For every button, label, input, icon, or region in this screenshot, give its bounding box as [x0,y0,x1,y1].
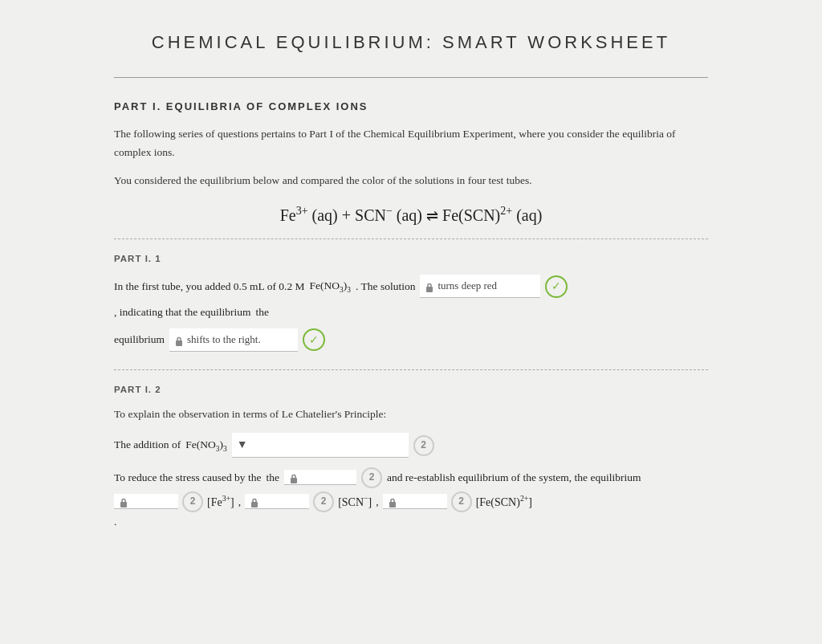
q1-equilibrium-label: equilibrium [114,330,165,349]
conc-field-1 [114,494,178,509]
scn-bracket: [SCN−] [338,491,372,512]
fe3-bracket: [Fe3+] [207,491,234,512]
number-badge-2: 2 [361,467,382,488]
title-divider [114,77,708,78]
intro-text-1: The following series of questions pertai… [114,125,708,162]
q1-text-before: In the first tube, you added 0.5 mL of 0… [114,277,305,296]
fescn-bracket: [Fe(SCN)2+] [476,491,532,512]
question1-row: In the first tube, you added 0.5 mL of 0… [114,275,708,322]
svg-rect-4 [251,502,258,507]
answer2-field: shifts to the right. [169,328,298,351]
addition-row: The addition of Fe(NO3)3 ▼ 2 [114,433,708,457]
part-label-2: PART I. 2 [114,385,708,394]
lock-icon-5 [250,495,259,507]
section-title-part1: PART I. EQUILIBRIA OF COMPLEX IONS [114,100,708,112]
dropdown-field[interactable]: ▼ [232,433,409,457]
stress-text-before: To reduce the stress caused by the [114,468,262,487]
part-label-1: PART I. 1 [114,254,708,263]
stress-row: To reduce the stress caused by the the 2… [114,467,708,488]
lock-icon-4 [119,495,128,507]
page-title: CHEMICAL EQUILIBRIUM: SMART WORKSHEET [114,32,708,53]
lock-icon-6 [388,495,397,507]
q1-text-indicating: the [256,303,270,322]
dashed-divider-2 [114,369,708,370]
svg-rect-0 [426,287,433,292]
concentration-row: 2 [Fe3+] , 2 [SCN−] , [114,491,708,512]
q1-text-mid: . The solution [356,277,415,296]
q1-formula: Fe(NO3)3 [310,276,351,297]
check-icon-2: ✓ [303,328,325,351]
answer1-text: turns deep red [437,276,535,295]
stress-text-after: and re-establish equilibrium of the syst… [387,468,641,487]
comma-1: , [238,492,241,512]
question1-row2: equilibrium shifts to the right. ✓ [114,328,708,351]
dashed-divider-1 [114,238,708,239]
conc-field-2 [245,494,309,509]
intro-text-2: You considered the equilibrium below and… [114,172,708,190]
stress-text-the: the [267,468,280,487]
svg-rect-2 [291,478,297,483]
check-icon-1: ✓ [545,275,568,298]
answer2-text: shifts to the right. [187,330,293,348]
stress-input-field [284,470,356,485]
svg-rect-5 [389,502,396,507]
dropdown-arrow-icon: ▼ [237,434,248,454]
equilibrium-equation: Fe3+ (aq) + SCN− (aq) ⇌ Fe(SCN)2+ (aq) [114,205,708,225]
comma-2: , [376,492,378,512]
addition-text: The addition of [114,435,181,454]
answer1-field: turns deep red [420,275,540,297]
number-badge-5: 2 [451,491,472,512]
lock-icon-3 [289,471,299,483]
addition-formula: Fe(NO3)3 [185,435,226,456]
q2-intro: To explain the observation in terms of L… [114,406,708,424]
lock-icon-2 [174,334,184,345]
number-badge-1: 2 [413,435,434,456]
q1-text-after: , indicating that the equilibrium [114,303,251,322]
number-badge-3: 2 [182,491,203,512]
svg-rect-1 [176,340,182,346]
conc-field-3 [383,494,447,509]
period-end: . [114,516,708,528]
number-badge-4: 2 [313,491,334,512]
lock-icon-1 [425,280,434,291]
svg-rect-3 [120,502,127,507]
